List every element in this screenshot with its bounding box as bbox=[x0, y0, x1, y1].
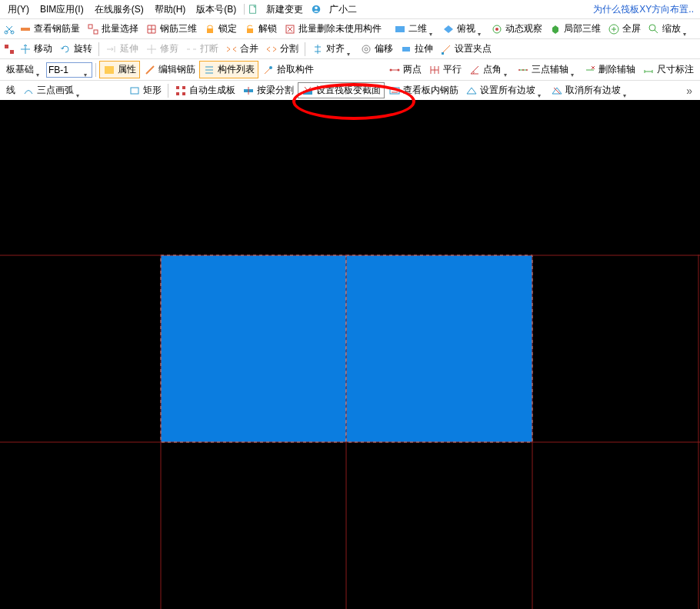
foundation-label: 板基础 bbox=[6, 63, 34, 76]
auto-gen-slab-label: 自动生成板 bbox=[189, 84, 235, 97]
edit-rebar-button[interactable]: 编辑钢筋 bbox=[141, 62, 198, 78]
2d-button[interactable]: 二维 bbox=[391, 21, 438, 37]
rect-button[interactable]: 矩形 bbox=[125, 82, 165, 98]
cancel-all-slope-button[interactable]: 取消所有边坡 bbox=[548, 82, 632, 98]
svg-rect-33 bbox=[182, 92, 185, 95]
merge-button[interactable]: 合并 bbox=[222, 41, 262, 57]
trim-icon bbox=[145, 43, 158, 55]
raft-section-icon bbox=[302, 85, 314, 97]
svg-point-25 bbox=[398, 68, 400, 71]
auto-gen-slab-button[interactable]: 自动生成板 bbox=[172, 82, 238, 98]
foundation-dropdown[interactable]: 板基础 bbox=[3, 62, 45, 78]
fb-select[interactable] bbox=[46, 62, 92, 78]
properties-button[interactable]: 属性 bbox=[99, 61, 140, 78]
orbit-icon bbox=[491, 23, 503, 35]
line-button[interactable]: 线 bbox=[3, 82, 18, 98]
component-list-label: 构件列表 bbox=[218, 63, 255, 76]
dimension-icon bbox=[642, 64, 655, 76]
two-point-icon bbox=[388, 64, 401, 76]
full-screen-button[interactable]: 全屏 bbox=[605, 21, 644, 37]
view-rebar-label: 查看钢筋量 bbox=[34, 22, 80, 35]
rotate-button[interactable]: 旋转 bbox=[56, 41, 95, 57]
grid-icon[interactable] bbox=[3, 43, 15, 55]
move-label: 移动 bbox=[34, 42, 52, 55]
dropdown-icon bbox=[429, 28, 435, 31]
split-button[interactable]: 分割 bbox=[262, 41, 302, 57]
set-grip-button[interactable]: 设置夹点 bbox=[437, 41, 495, 57]
svg-rect-6 bbox=[88, 25, 92, 28]
two-point-button[interactable]: 两点 bbox=[385, 62, 425, 78]
trim-label: 修剪 bbox=[160, 42, 178, 55]
three-point-arc-label: 三点画弧 bbox=[37, 84, 74, 97]
notice-link[interactable]: 为什么筏板XY方向布置.. bbox=[587, 0, 700, 18]
dimension-button[interactable]: 尺寸标注 bbox=[639, 62, 697, 78]
fb-input[interactable] bbox=[48, 65, 84, 75]
set-raft-section-button[interactable]: 设置筏板变截面 bbox=[298, 82, 385, 98]
overflow-icon[interactable]: » bbox=[682, 85, 697, 97]
2d-label: 二维 bbox=[408, 22, 427, 35]
unlock-label: 解锁 bbox=[258, 22, 277, 35]
cut-icon[interactable] bbox=[3, 23, 15, 35]
view-slab-rebar-button[interactable]: 查看板内钢筋 bbox=[385, 82, 462, 98]
lock-button[interactable]: 锁定 bbox=[201, 21, 240, 37]
three-point-axis-label: 三点辅轴 bbox=[532, 63, 568, 76]
move-button[interactable]: 移动 bbox=[16, 41, 55, 57]
menu-help[interactable]: 帮助(H) bbox=[150, 2, 191, 18]
new-change-button[interactable]: 新建变更 bbox=[262, 2, 308, 18]
separator bbox=[305, 42, 305, 56]
top-view-button[interactable]: 俯视 bbox=[439, 21, 487, 37]
batch-delete-label: 批量删除未使用构件 bbox=[298, 22, 382, 35]
three-point-axis-button[interactable]: 三点辅轴 bbox=[514, 62, 580, 78]
batch-select-label: 批量选择 bbox=[102, 22, 138, 35]
batch-select-button[interactable]: 批量选择 bbox=[84, 21, 142, 37]
break-button[interactable]: 打断 bbox=[182, 41, 222, 57]
menu-bim[interactable]: BIM应用(I) bbox=[35, 2, 88, 18]
view-rebar-button[interactable]: 查看钢筋量 bbox=[16, 21, 83, 37]
drawing-canvas[interactable] bbox=[0, 111, 700, 609]
svg-point-18 bbox=[362, 45, 370, 53]
component-list-button[interactable]: 构件列表 bbox=[199, 61, 258, 78]
svg-point-2 bbox=[315, 7, 318, 10]
offset-button[interactable]: 偏移 bbox=[357, 41, 396, 57]
trim-button[interactable]: 修剪 bbox=[142, 41, 182, 57]
align-button[interactable]: 对齐 bbox=[308, 41, 356, 57]
unlock-button[interactable]: 解锁 bbox=[241, 21, 280, 37]
pick-component-label: 拾取构件 bbox=[277, 63, 314, 76]
line-label: 线 bbox=[6, 84, 15, 97]
new-change-icon bbox=[248, 4, 258, 15]
batch-select-icon bbox=[87, 23, 99, 35]
stretch-button[interactable]: 拉伸 bbox=[397, 41, 436, 57]
separator bbox=[168, 84, 168, 98]
menu-version[interactable]: 版本号(B) bbox=[192, 2, 241, 18]
user-label[interactable]: 广小二 bbox=[325, 2, 362, 18]
three-point-arc-button[interactable]: 三点画弧 bbox=[19, 82, 85, 98]
dimension-label: 尺寸标注 bbox=[657, 63, 694, 76]
batch-delete-button[interactable]: 批量删除未使用构件 bbox=[281, 21, 385, 37]
extend-button[interactable]: 延伸 bbox=[102, 41, 142, 57]
set-all-slope-button[interactable]: 设置所有边坡 bbox=[462, 82, 547, 98]
parallel-button[interactable]: 平行 bbox=[425, 62, 465, 78]
menu-online[interactable]: 在线服务(S) bbox=[90, 2, 148, 18]
brush-icon[interactable] bbox=[693, 23, 700, 35]
break-label: 打断 bbox=[200, 42, 218, 55]
point-angle-button[interactable]: 点角 bbox=[465, 62, 513, 78]
dynamic-view-button[interactable]: 动态观察 bbox=[488, 21, 545, 37]
properties-label: 属性 bbox=[118, 63, 136, 76]
by-beam-split-button[interactable]: 按梁分割 bbox=[239, 82, 297, 98]
three-point-axis-icon bbox=[517, 64, 529, 76]
rebar-3d-button[interactable]: 钢筋三维 bbox=[142, 21, 200, 37]
delete-axis-button[interactable]: 删除辅轴 bbox=[581, 62, 638, 78]
zoom-button[interactable]: 缩放 bbox=[645, 21, 692, 37]
svg-rect-22 bbox=[105, 66, 114, 74]
full-screen-icon bbox=[608, 23, 620, 35]
menu-use[interactable]: 用(Y) bbox=[3, 2, 34, 18]
split-icon bbox=[265, 43, 278, 55]
dropdown-icon bbox=[347, 48, 353, 51]
pick-component-button[interactable]: 拾取构件 bbox=[259, 62, 317, 78]
dropdown-icon bbox=[84, 68, 90, 72]
svg-point-28 bbox=[526, 69, 528, 71]
local-3d-button[interactable]: 局部三维 bbox=[546, 21, 604, 37]
svg-rect-8 bbox=[207, 28, 213, 33]
svg-rect-5 bbox=[21, 28, 30, 31]
lock-icon bbox=[204, 23, 216, 35]
